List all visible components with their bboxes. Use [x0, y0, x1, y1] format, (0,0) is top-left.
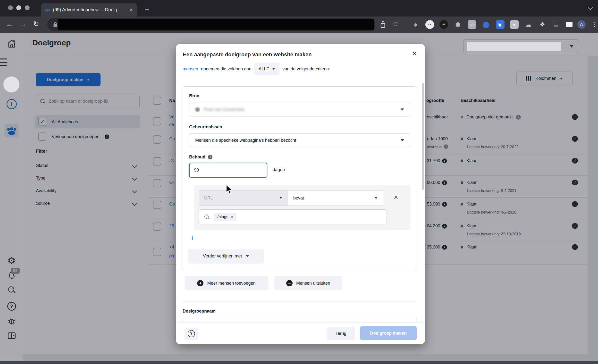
reload-icon[interactable]: ↻ — [33, 20, 39, 28]
source-value-blurred: Pixel van Conversies — [204, 107, 244, 112]
url-redaction — [58, 19, 374, 30]
events-label: Gebeurtenissen — [189, 124, 222, 130]
share-icon[interactable] — [380, 20, 386, 28]
browser-menu-icon[interactable]: ⋮ — [591, 20, 598, 28]
new-tab-button[interactable]: + — [145, 5, 149, 14]
retention-label-row: Behoud i — [189, 155, 212, 160]
business-avatar-redacted[interactable] — [3, 76, 19, 92]
include-more-button[interactable]: + Meer mensen toevoegen — [185, 276, 268, 290]
info-icon[interactable]: i — [208, 155, 212, 159]
bottom-edge-strip — [0, 361, 598, 364]
extension-icon-9[interactable]: ☁ — [524, 20, 533, 29]
tab-close-icon[interactable]: × — [129, 6, 133, 13]
match-all-select[interactable]: ALLE — [254, 63, 279, 75]
window-close-button[interactable] — [8, 5, 13, 10]
tab-strip-chevron-icon[interactable] — [588, 5, 593, 10]
tab-title-fade — [114, 6, 126, 14]
chevron-down-icon — [375, 197, 378, 199]
create-audience-modal: Een aangepaste doelgroep van een website… — [176, 44, 425, 344]
window-minimize-button[interactable] — [16, 5, 21, 10]
url-value-input[interactable]: /blogs × — [199, 209, 387, 224]
back-icon[interactable]: ← — [6, 20, 13, 28]
pixel-dot-icon — [195, 107, 200, 112]
account-select-redaction — [467, 42, 561, 51]
browser-tab[interactable]: ∞ (99) Advertentiebeheer – Doelg × — [41, 3, 137, 17]
modal-scrollbar[interactable] — [422, 83, 424, 190]
browser-tab-strip: ∞ (99) Advertentiebeheer – Doelg × + — [0, 0, 598, 17]
chevron-down-icon — [401, 139, 404, 141]
modal-divider — [182, 302, 417, 302]
meta-logo-icon: ∞ — [45, 6, 50, 14]
search-icon — [204, 214, 210, 220]
audience-name-input[interactable] — [183, 318, 417, 323]
source-select[interactable]: Pixel van Conversies — [189, 103, 410, 116]
lock-icon — [53, 22, 58, 27]
people-link[interactable]: mensen — [183, 66, 198, 72]
chevron-down-icon — [272, 68, 275, 70]
chevron-down-icon — [246, 255, 249, 257]
footer-help-button[interactable]: ? — [185, 328, 198, 340]
mouse-cursor — [225, 184, 234, 195]
extension-icon-1[interactable]: ◆ — [411, 20, 420, 29]
extension-icon-2[interactable]: •• — [425, 20, 434, 29]
chevron-down-icon — [401, 108, 404, 111]
source-label: Bron — [189, 93, 199, 99]
criteria-card: Bron Pixel van Conversies Gebeurtenissen… — [182, 86, 417, 270]
criteria-sentence: mensen opnemen die voldoen aan ALLE van … — [183, 63, 330, 75]
extension-icon-4[interactable]: ⬟ — [454, 20, 462, 29]
forward-icon[interactable]: → — [19, 20, 27, 28]
extensions-puzzle-icon[interactable]: ❖ — [538, 20, 547, 29]
url-chip[interactable]: /blogs × — [214, 213, 236, 221]
extension-icon-5[interactable]: </> — [468, 20, 476, 29]
window-zoom-button[interactable] — [25, 5, 30, 10]
profile-avatar[interactable]: A — [577, 20, 586, 29]
extension-icon-6[interactable]: ⬤ — [482, 20, 490, 29]
modal-title: Een aangepaste doelgroep van een website… — [183, 51, 312, 58]
screen: ∞ (99) Advertentiebeheer – Doelg × + ← →… — [0, 0, 598, 364]
retention-input[interactable]: 90 — [189, 163, 267, 178]
modal-footer: ? Terug Doelgroep maken — [176, 323, 425, 344]
events-select[interactable]: Mensen die specifieke webpagina's hebben… — [189, 133, 410, 147]
remove-condition-icon[interactable]: × — [394, 193, 398, 201]
modal-close-icon[interactable]: × — [412, 49, 417, 58]
plus-circle-icon: + — [197, 280, 203, 286]
reading-list-icon[interactable]: ≣ — [552, 20, 560, 29]
refine-button[interactable]: Verder verfijnen met — [188, 249, 264, 264]
url-parameter-select[interactable]: URL — [199, 190, 288, 206]
back-button[interactable]: Terug — [327, 327, 355, 340]
create-audience-submit-button[interactable]: Doelgroep maken — [360, 326, 417, 340]
add-condition-button[interactable]: + — [190, 234, 194, 242]
extension-icon-3[interactable]: ✳ — [439, 20, 448, 29]
side-panel-icon[interactable] — [566, 22, 573, 27]
exclude-button[interactable]: − Mensen uitsluiten — [274, 276, 342, 290]
chevron-down-icon — [279, 197, 282, 199]
chip-close-icon[interactable]: × — [231, 215, 233, 219]
audience-name-label: Doelgroepnaam — [183, 309, 216, 314]
retention-unit: dagen — [273, 167, 285, 172]
bookmark-star-icon[interactable]: ☆ — [393, 20, 399, 28]
extension-icon-8[interactable]: ● — [510, 20, 519, 29]
minus-circle-icon: − — [286, 280, 293, 286]
tab-title: (99) Advertentiebeheer – Doelg — [53, 7, 118, 12]
extension-icon-7[interactable]: ▣ — [496, 20, 505, 29]
operator-select[interactable]: bevat — [288, 190, 383, 206]
